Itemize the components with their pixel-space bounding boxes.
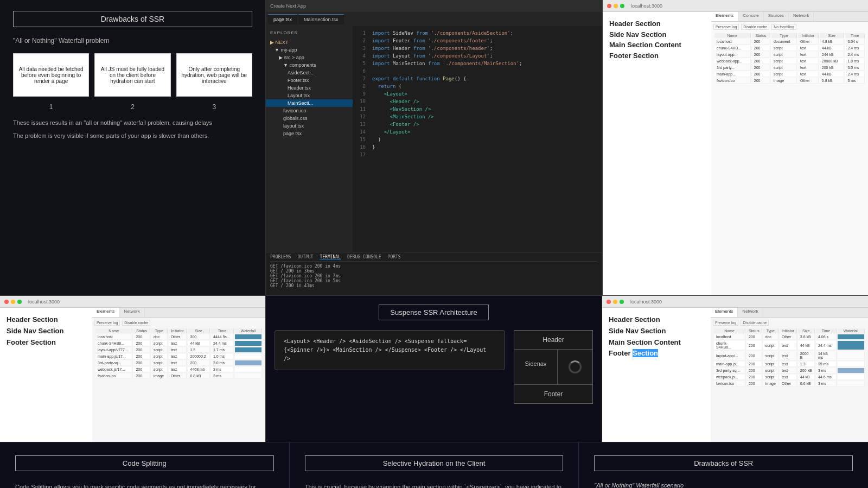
panel-browser-top: localhost:3000 Header Section Side Nav S… bbox=[602, 0, 868, 295]
devtools-content-right: Preserve log Disable cache NameStatusTyp… bbox=[711, 318, 868, 390]
terminal-panel: PROBLEMS OUTPUT TERMINAL DEBUG CONSOLE P… bbox=[266, 252, 602, 295]
loading-spinner bbox=[569, 360, 582, 373]
browser-section1: Header Section bbox=[609, 18, 705, 29]
devtools-tab-network[interactable]: Network bbox=[789, 12, 814, 21]
suspense-title: Suspense SSR Architecture bbox=[379, 305, 488, 320]
dt-elements-2[interactable]: Elements bbox=[92, 308, 119, 317]
browser-section4: Footer Section bbox=[609, 50, 705, 61]
section-r2: Side Nav Section bbox=[609, 326, 704, 337]
network-table-3: NameStatusTypeInitiatorSizeTimeWaterfall… bbox=[713, 327, 866, 388]
preserve-log-2[interactable]: Preserve log bbox=[94, 320, 120, 326]
section-footer: Footer Section bbox=[7, 337, 86, 348]
dot-yellow-3 bbox=[613, 300, 617, 304]
dot-green-3 bbox=[620, 300, 624, 304]
devtools-toolbar: Preserve log Disable cache No throttling bbox=[713, 24, 866, 30]
devtools-tab-console[interactable]: Console bbox=[738, 12, 763, 21]
issue-boxes-row: All data needed be fetched before even b… bbox=[13, 53, 252, 97]
tree-favicon[interactable]: favicon.ico bbox=[266, 107, 353, 115]
browser-body-mid-right: Header Section Side Nav Section Main Sec… bbox=[602, 308, 868, 442]
vscode-body: EXPLORER ▶ NEXT ▼ my-app ▶ src > app ▼ c… bbox=[266, 26, 602, 252]
suspense-code: <Layout> <Header /> <AsideSection /> <Su… bbox=[275, 330, 505, 370]
sidebar-tree: ▶ NEXT ▼ my-app ▶ src > app ▼ components… bbox=[266, 36, 353, 140]
code-panel: 1234567891011121314151617 import SideNav… bbox=[353, 26, 602, 252]
tree-components[interactable]: ▼ components bbox=[266, 61, 353, 69]
drawbacks-quote: "All or Nothing" Waterfall scenario bbox=[594, 482, 853, 488]
tree-globals[interactable]: globals.css bbox=[266, 115, 353, 122]
tree-next[interactable]: ▶ NEXT bbox=[266, 39, 353, 46]
dot-red-3 bbox=[607, 300, 611, 304]
browser-devtools-mid: Elements Network Preserve log Disable ca… bbox=[92, 308, 265, 442]
dt-network-2[interactable]: Network bbox=[119, 308, 144, 317]
preserve-log[interactable]: Preserve log bbox=[713, 24, 739, 30]
issue-box-1: All data needed be fetched before even b… bbox=[13, 53, 89, 97]
tree-aside[interactable]: AsideSecti... bbox=[266, 69, 353, 77]
browser-url-3: localhost:3000 bbox=[630, 299, 662, 305]
box-num-3: 3 bbox=[176, 103, 252, 111]
browser-chrome-mid-left: localhost:3000 bbox=[0, 296, 265, 308]
terminal-tab-terminal[interactable]: TERMINAL bbox=[320, 255, 341, 260]
terminal-tab-problems[interactable]: PROBLEMS bbox=[270, 255, 291, 260]
drawbacks-bottom-title: Drawbacks of SSR bbox=[594, 455, 853, 471]
panel-suspense: Suspense SSR Architecture <Layout> <Head… bbox=[266, 296, 602, 442]
section-r3: Main Section Content bbox=[609, 337, 704, 348]
issue-box-2: All JS must be fully loaded on the clien… bbox=[94, 53, 170, 97]
preserve-log-3[interactable]: Preserve log bbox=[713, 320, 738, 326]
browser-section2: Side Nav Section bbox=[609, 29, 705, 40]
section-r1: Header Section bbox=[609, 314, 704, 326]
browser-text-mid: Header Section Side Nav Section Footer S… bbox=[0, 308, 92, 442]
terminal-tab-ports[interactable]: PORTS bbox=[388, 255, 401, 260]
devtools-tab-bar: Elements Console Sources Network bbox=[711, 12, 868, 22]
tree-footer[interactable]: Footer.tsx bbox=[266, 77, 353, 84]
tree-src[interactable]: ▶ src > app bbox=[266, 54, 353, 61]
code-content: import SideNav from './components/AsideS… bbox=[368, 26, 602, 252]
tree-my-app[interactable]: ▼ my-app bbox=[266, 46, 353, 54]
terminal-content: GET /favicon.ico 200 in 4ms GET / 200 in… bbox=[270, 264, 597, 288]
devtools-tabs-mid: Elements Network bbox=[92, 308, 265, 318]
vscode-title: Create Next App bbox=[270, 3, 306, 9]
vscode-chrome-bar: Create Next App bbox=[266, 0, 602, 12]
tab-page-tsx[interactable]: page.tsx bbox=[268, 14, 297, 24]
panel-drawbacks-top: Drawbacks of SSR "All or Nothing" Waterf… bbox=[0, 0, 266, 295]
devtools-network-mid: Preserve log Disable cache NameStatusTyp… bbox=[92, 318, 265, 382]
code-splitting-title: Code Splitting bbox=[15, 455, 274, 471]
layout-main-cell bbox=[558, 350, 592, 384]
panel-drawbacks-bottom: Drawbacks of SSR "All or Nothing" Waterf… bbox=[579, 442, 868, 488]
devtools-tabs-right: Elements Network bbox=[711, 308, 868, 318]
issue-box-3: Only after completing hydration, web pag… bbox=[176, 53, 252, 97]
disable-cache-2[interactable]: Disable cache bbox=[122, 320, 150, 326]
dt-elements-3[interactable]: Elements bbox=[711, 308, 738, 317]
dt-network-3[interactable]: Network bbox=[738, 308, 763, 317]
panel-browser-middle-right: localhost:3000 Header Section Side Nav S… bbox=[602, 296, 868, 442]
layout-footer-cell: Footer bbox=[514, 385, 592, 403]
browser-body-mid-left: Header Section Side Nav Section Footer S… bbox=[0, 308, 265, 442]
tree-header[interactable]: Header.tsx bbox=[266, 84, 353, 92]
issues-text-2: The problem is very visible if some part… bbox=[13, 131, 252, 141]
browser-body-top: Header Section Side Nav Section Main Sec… bbox=[603, 12, 868, 295]
layout-middle-row: Sidenav bbox=[514, 350, 592, 385]
disable-cache-3[interactable]: Disable cache bbox=[741, 320, 769, 326]
browser-url: localhost:3000 bbox=[631, 3, 662, 9]
no-throttling[interactable]: No throttling bbox=[771, 24, 796, 30]
browser-devtools-right: Elements Network Preserve log Disable ca… bbox=[711, 308, 868, 442]
panel-selective-hydration: Selective Hydration on the Client This i… bbox=[290, 442, 579, 488]
tree-main[interactable]: MainSecti... bbox=[266, 99, 353, 107]
section-nav: Side Nav Section bbox=[7, 326, 86, 337]
box-numbers-row: 1 2 3 bbox=[13, 103, 252, 111]
dot-yellow-2 bbox=[11, 300, 15, 304]
devtools-tab-sources[interactable]: Sources bbox=[764, 12, 789, 21]
tree-page-tsx[interactable]: page.tsx bbox=[266, 130, 353, 137]
disable-cache[interactable]: Disable cache bbox=[741, 24, 769, 30]
browser-dot-red bbox=[607, 4, 611, 8]
tree-layout[interactable]: Layout.tsx bbox=[266, 92, 353, 99]
panel-browser-middle-left: localhost:3000 Header Section Side Nav S… bbox=[0, 296, 266, 442]
selective-hydration-text1: This is crucial, because by wrapping the… bbox=[305, 482, 564, 488]
tab-mainsection[interactable]: MainSection.tsx bbox=[298, 14, 344, 24]
section-r4: Footer Section bbox=[609, 348, 704, 359]
dt-toolbar-3: Preserve log Disable cache bbox=[713, 320, 866, 326]
devtools-tab-elements[interactable]: Elements bbox=[711, 12, 738, 21]
selective-hydration-title: Selective Hydration on the Client bbox=[305, 455, 564, 471]
terminal-tab-output[interactable]: OUTPUT bbox=[298, 255, 314, 260]
terminal-tab-debug[interactable]: DEBUG CONSOLE bbox=[347, 255, 381, 260]
box-num-1: 1 bbox=[13, 103, 89, 111]
tree-layout-tsx[interactable]: layout.tsx bbox=[266, 122, 353, 130]
